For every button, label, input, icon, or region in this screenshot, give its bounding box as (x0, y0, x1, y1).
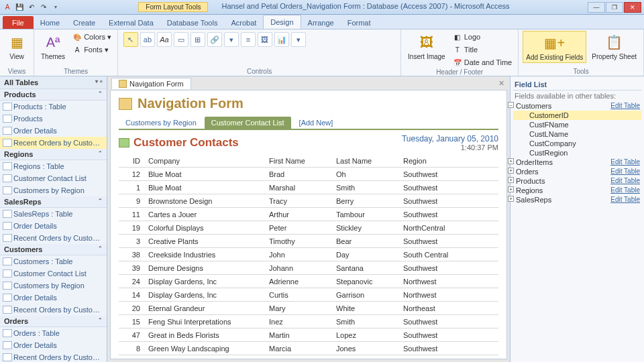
table-row[interactable]: 24Display Gardens, IncAdrienneStepanovic… (119, 275, 498, 288)
column-header[interactable]: First Name (266, 157, 333, 165)
qat-dropdown-icon[interactable]: ▾ (51, 3, 60, 12)
navpane-item[interactable]: Recent Orders by Customer (0, 351, 107, 362)
field-list-field[interactable]: CustRegion (513, 148, 641, 158)
redo-icon[interactable]: ↷ (39, 3, 48, 12)
close-document-icon[interactable]: ✕ (498, 79, 510, 88)
field-list-field[interactable]: CustLName (513, 129, 641, 139)
navpane-item[interactable]: Order Details (0, 125, 107, 137)
column-header[interactable]: Company (146, 157, 266, 165)
logo-button[interactable]: ◧Logo (451, 31, 515, 43)
title-button[interactable]: TTitle (451, 44, 515, 56)
insert-image-button[interactable]: 🖼Insert Image (405, 31, 448, 62)
group-label-themes: Themes (38, 68, 113, 75)
property-sheet-button[interactable]: 📋Property Sheet (589, 31, 639, 62)
ribbon-tab-format[interactable]: Format (341, 16, 378, 29)
table-row[interactable]: 19Colorful DisplaysPeterStickleyNorthCen… (119, 221, 498, 235)
close-button[interactable]: ✕ (624, 2, 641, 13)
file-tab[interactable]: File (3, 16, 34, 29)
table-row[interactable]: 15Feng Shui InterpretationsInezSmithSout… (119, 315, 498, 328)
navpane-item[interactable]: Order Details (0, 339, 107, 351)
nav-form-tab[interactable]: Customers by Region (119, 117, 203, 129)
add-existing-fields-button[interactable]: ▦+Add Existing Fields (523, 31, 586, 63)
undo-icon[interactable]: ↶ (27, 3, 36, 12)
field-list-field[interactable]: CustCompany (513, 139, 641, 148)
nav-form-tab[interactable]: Customer Contact List (205, 117, 291, 129)
controls-gallery[interactable]: ↖ ab Aa ▭ ⊞ 🔗 ▾ ≡ 🖼 📊 ▾ (122, 31, 307, 48)
navpane-group[interactable]: Products⌃ (0, 89, 107, 101)
navpane-item[interactable]: Products : Table (0, 101, 107, 113)
ribbon-tab-arrange[interactable]: Arrange (301, 16, 341, 29)
navpane-item[interactable]: Customers : Table (0, 255, 107, 267)
navpane-item[interactable]: Orders : Table (0, 327, 107, 339)
chart-control-icon[interactable]: 📊 (274, 32, 289, 47)
table-row[interactable]: 14Display Gardens, IncCurtisGarrisonNort… (119, 288, 498, 302)
cell: Day (333, 251, 400, 259)
navpane-group[interactable]: Customers⌃ (0, 244, 107, 255)
field-list-table[interactable]: +OrdersEdit Table (513, 167, 641, 176)
navpane-item[interactable]: SalesReps : Table (0, 208, 107, 220)
combo-control-icon[interactable]: ▾ (224, 32, 239, 47)
table-row[interactable]: 20Eternal GrandeurMaryWhiteNortheast (119, 302, 498, 315)
navpane-group[interactable]: Regions⌃ (0, 149, 107, 160)
field-list-field[interactable]: CustomerID (513, 111, 641, 120)
view-button[interactable]: ▦View (4, 31, 30, 62)
navpane-item[interactable]: Recent Orders by Customer (0, 232, 107, 244)
field-list-table[interactable]: +RegionsEdit Table (513, 186, 641, 195)
link-control-icon[interactable]: 🔗 (207, 32, 222, 47)
navpane-item[interactable]: Customer Contact List (0, 267, 107, 280)
colors-button[interactable]: 🎨Colors ▾ (70, 31, 113, 43)
field-list-table[interactable]: –CustomersEdit Table (513, 101, 641, 111)
textbox-control-icon[interactable]: ab (140, 32, 155, 47)
navpane-item[interactable]: Products (0, 113, 107, 125)
navpane-group[interactable]: SalesReps⌃ (0, 196, 107, 208)
field-list-table[interactable]: +ProductsEdit Table (513, 176, 641, 186)
gallery-more-icon[interactable]: ▾ (291, 32, 306, 47)
ribbon-tab-home[interactable]: Home (34, 16, 66, 29)
nav-form-tab[interactable]: [Add New] (292, 117, 340, 129)
themes-button[interactable]: AªThemes (38, 31, 68, 62)
navpane-item[interactable]: Customers by Region (0, 184, 107, 196)
table-row[interactable]: 11Cartes a JouerArthurTambourSouthwest (119, 208, 498, 221)
navpane-item[interactable]: Customers by Region (0, 280, 107, 292)
navpane-item[interactable]: Order Details (0, 292, 107, 304)
navpane-group[interactable]: Orders⌃ (0, 316, 107, 327)
date-time-button[interactable]: 📅Date and Time (451, 56, 515, 68)
table-row[interactable]: 9Brownstone DesignTracyBerrySouthwest (119, 194, 498, 208)
navpane-header[interactable]: All Tables▾ « (0, 76, 107, 89)
column-header[interactable]: Region (400, 157, 481, 165)
document-tab[interactable]: Navigation Form (111, 78, 191, 89)
ribbon-tab-design[interactable]: Design (263, 15, 301, 29)
tab-control-icon[interactable]: ⊞ (191, 32, 205, 47)
navpane-item[interactable]: Order Details (0, 220, 107, 232)
ribbon-tab-external-data[interactable]: External Data (102, 16, 160, 29)
ribbon-tab-database-tools[interactable]: Database Tools (160, 16, 225, 29)
image-control-icon[interactable]: 🖼 (258, 32, 272, 47)
fonts-button[interactable]: AFonts ▾ (70, 44, 113, 56)
navpane-item[interactable]: Regions : Table (0, 160, 107, 172)
field-list-field[interactable]: CustFName (513, 120, 641, 129)
table-row[interactable]: 12Blue MoatBradOhSouthwest (119, 168, 498, 181)
field-list-table[interactable]: +SalesRepsEdit Table (513, 195, 641, 204)
label-control-icon[interactable]: Aa (157, 32, 172, 47)
table-row[interactable]: 39Demure DesignsJohannSantanaSouthwest (119, 261, 498, 275)
column-header[interactable]: ID (119, 157, 146, 165)
list-control-icon[interactable]: ≡ (241, 32, 256, 47)
field-list-table[interactable]: +OrderItemsEdit Table (513, 158, 641, 167)
navpane-item[interactable]: Recent Orders by Customer (0, 137, 107, 149)
button-control-icon[interactable]: ▭ (174, 32, 189, 47)
maximize-button[interactable]: ❐ (606, 2, 623, 13)
select-control-icon[interactable]: ↖ (123, 32, 138, 47)
save-icon[interactable]: 💾 (15, 3, 24, 12)
minimize-button[interactable]: — (588, 2, 605, 13)
navpane-item[interactable]: Recent Orders by Customer (0, 304, 107, 316)
table-row[interactable]: 3Creative PlantsTimothyBearSouthwest (119, 235, 498, 248)
ribbon-tab-create[interactable]: Create (66, 16, 102, 29)
ribbon-tab-acrobat[interactable]: Acrobat (224, 16, 263, 29)
cell: Southwest (400, 331, 481, 339)
navpane-item[interactable]: Customer Contact List (0, 172, 107, 184)
table-row[interactable]: 8Green Way LandscapingMarciaJonesSouthwe… (119, 342, 498, 355)
table-row[interactable]: 1Blue MoatMarshalSmithSouthwest (119, 181, 498, 194)
column-header[interactable]: Last Name (333, 157, 400, 165)
table-row[interactable]: 47Great in Beds FloristsMartinLopezSouth… (119, 328, 498, 342)
table-row[interactable]: 38Creekside IndustriesJohnDaySouth Centr… (119, 248, 498, 261)
